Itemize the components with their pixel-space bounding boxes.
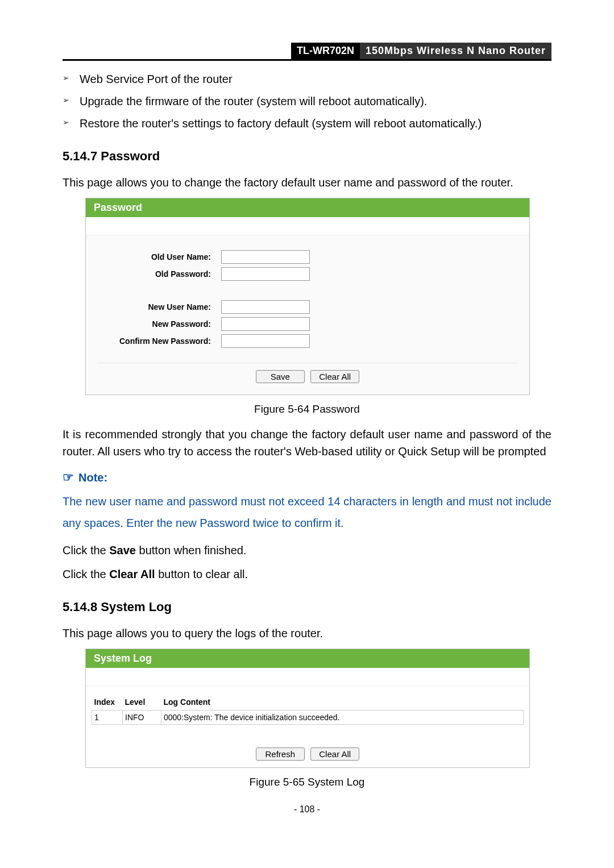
old-pass-label: Old Password:	[97, 269, 221, 279]
old-pass-input[interactable]	[221, 267, 310, 281]
section-heading-password: 5.14.7 Password	[63, 149, 551, 164]
page-number: - 108 -	[63, 804, 551, 815]
col-content: Log Content	[161, 694, 524, 711]
password-form: Old User Name: Old Password: New User Na…	[86, 235, 529, 394]
old-user-input[interactable]	[221, 250, 310, 264]
panel-header: System Log	[86, 649, 529, 668]
password-panel: Password Old User Name: Old Password: Ne…	[85, 198, 530, 395]
bullet-list: Web Service Port of the router Upgrade t…	[63, 71, 551, 132]
log-button-row: Refresh Clear All	[92, 725, 524, 767]
note-heading: ☞Note:	[63, 470, 551, 485]
new-pass-label: New Password:	[97, 319, 221, 329]
save-button[interactable]: Save	[256, 370, 305, 383]
panel-title: System Log	[86, 649, 160, 668]
panel-header: Password	[86, 198, 529, 218]
model-badge: TL-WR702N	[291, 43, 360, 59]
cell-level: INFO	[123, 711, 161, 725]
password-recommend: It is recommended strongly that you chan…	[63, 426, 551, 460]
password-intro: This page allows you to change the facto…	[63, 174, 551, 191]
doc-header: TL-WR702N 150Mbps Wireless N Nano Router	[63, 43, 551, 61]
clear-all-button[interactable]: Clear All	[310, 370, 359, 383]
col-index: Index	[92, 694, 123, 711]
panel-title: Password	[86, 198, 150, 217]
old-user-label: Old User Name:	[97, 252, 221, 261]
figure-caption-password: Figure 5-64 Password	[63, 403, 551, 416]
note-body: The new user name and password must not …	[63, 491, 551, 534]
cell-content: 0000:System: The device initialization s…	[161, 711, 524, 725]
section-heading-systemlog: 5.14.8 System Log	[63, 600, 551, 614]
systemlog-panel: System Log Index Level Log Content 1 INF…	[85, 649, 530, 768]
log-table: Index Level Log Content 1 INFO 0000:Syst…	[92, 694, 524, 725]
note-label: Note:	[78, 471, 107, 484]
new-user-label: New User Name:	[97, 302, 221, 312]
confirm-pass-label: Confirm New Password:	[97, 337, 221, 346]
new-pass-input[interactable]	[221, 317, 310, 331]
table-row: 1 INFO 0000:System: The device initializ…	[92, 711, 524, 725]
password-button-row: Save Clear All	[97, 363, 518, 389]
refresh-button[interactable]: Refresh	[256, 747, 305, 761]
clear-instruction: Click the Clear All button to clear all.	[63, 566, 551, 583]
confirm-pass-input[interactable]	[221, 334, 310, 348]
cell-index: 1	[92, 711, 123, 725]
table-header-row: Index Level Log Content	[92, 694, 524, 711]
figure-caption-systemlog: Figure 5-65 System Log	[63, 776, 551, 788]
model-desc: 150Mbps Wireless N Nano Router	[360, 43, 551, 59]
list-item: Upgrade the firmware of the router (syst…	[63, 93, 551, 110]
systemlog-intro: This page allows you to query the logs o…	[63, 625, 551, 642]
new-user-input[interactable]	[221, 300, 310, 314]
list-item: Web Service Port of the router	[63, 71, 551, 88]
panel-subbar	[86, 668, 529, 686]
note-icon: ☞	[63, 470, 74, 484]
list-item: Restore the router's settings to factory…	[63, 115, 551, 132]
clear-all-button[interactable]: Clear All	[310, 747, 359, 761]
save-instruction: Click the Save button when finished.	[63, 542, 551, 559]
col-level: Level	[123, 694, 161, 711]
panel-subbar	[86, 218, 529, 235]
